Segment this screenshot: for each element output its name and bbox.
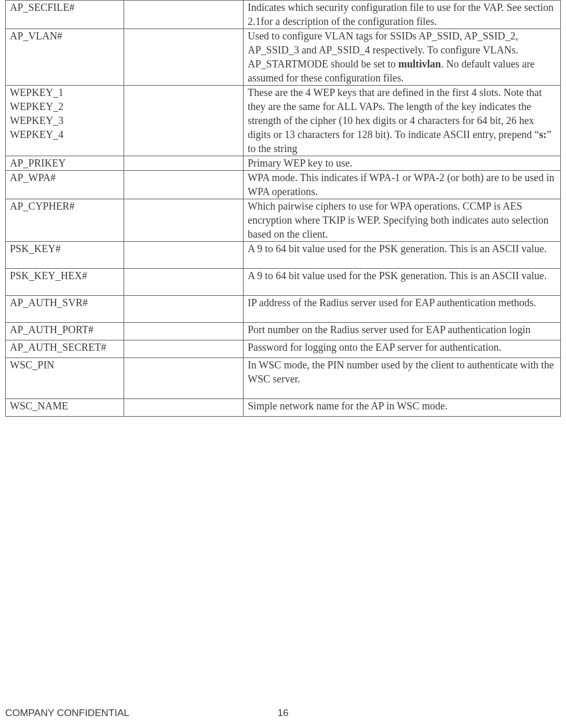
table-row: AP_PRIKEYPrimary WEP key to use. (6, 156, 561, 171)
param-desc-cell: These are the 4 WEP keys that are define… (244, 86, 561, 156)
param-blank-cell (124, 269, 244, 296)
table-row: AP_AUTH_SVR#IP address of the Radius ser… (6, 296, 561, 323)
table-row: WSC_PINIn WSC mode, the PIN number used … (6, 358, 561, 399)
param-blank-cell (124, 1, 244, 29)
param-desc-cell: A 9 to 64 bit value used for the PSK gen… (244, 269, 561, 296)
table-row: AP_SECFILE#Indicates which security conf… (6, 1, 561, 29)
param-name-cell: PSK_KEY# (6, 242, 124, 269)
param-name-cell: AP_AUTH_PORT# (6, 323, 124, 340)
param-name-cell: AP_AUTH_SECRET# (6, 340, 124, 358)
param-desc-cell: Which pairwise ciphers to use for WPA op… (244, 199, 561, 242)
footer-page-number: 16 (5, 707, 561, 719)
param-name-cell: AP_WPA# (6, 171, 124, 199)
param-desc-cell: IP address of the Radius server used for… (244, 296, 561, 323)
param-desc-cell: Port number on the Radius server used fo… (244, 323, 561, 340)
param-name-cell: AP_CYPHER# (6, 199, 124, 242)
param-desc-cell: Primary WEP key to use. (244, 156, 561, 171)
param-blank-cell (124, 199, 244, 242)
param-name-cell: AP_VLAN# (6, 29, 124, 86)
table-row: PSK_KEY#A 9 to 64 bit value used for the… (6, 242, 561, 269)
param-name-cell: PSK_KEY_HEX# (6, 269, 124, 296)
param-blank-cell (124, 399, 244, 417)
param-name-cell: WEPKEY_1WEPKEY_2WEPKEY_3WEPKEY_4 (6, 86, 124, 156)
table-row: AP_CYPHER#Which pairwise ciphers to use … (6, 199, 561, 242)
param-blank-cell (124, 340, 244, 358)
config-table: AP_SECFILE#Indicates which security conf… (5, 0, 561, 417)
param-blank-cell (124, 86, 244, 156)
param-name-cell: AP_AUTH_SVR# (6, 296, 124, 323)
table-row: PSK_KEY_HEX#A 9 to 64 bit value used for… (6, 269, 561, 296)
param-desc-cell: In WSC mode, the PIN number used by the … (244, 358, 561, 399)
param-blank-cell (124, 29, 244, 86)
table-row: WSC_NAMESimple network name for the AP i… (6, 399, 561, 417)
param-blank-cell (124, 156, 244, 171)
param-desc-cell: Password for logging onto the EAP server… (244, 340, 561, 358)
param-blank-cell (124, 323, 244, 340)
table-row: AP_AUTH_SECRET#Password for logging onto… (6, 340, 561, 358)
param-desc-cell: A 9 to 64 bit value used for the PSK gen… (244, 242, 561, 269)
param-desc-cell: Used to configure VLAN tags for SSIDs AP… (244, 29, 561, 86)
table-row: AP_WPA#WPA mode. This indicates if WPA-1… (6, 171, 561, 199)
table-row: AP_VLAN#Used to configure VLAN tags for … (6, 29, 561, 86)
param-blank-cell (124, 358, 244, 399)
param-name-cell: WSC_NAME (6, 399, 124, 417)
param-desc-cell: Indicates which security configuration f… (244, 1, 561, 29)
param-name-cell: AP_PRIKEY (6, 156, 124, 171)
table-row: WEPKEY_1WEPKEY_2WEPKEY_3WEPKEY_4These ar… (6, 86, 561, 156)
table-row: AP_AUTH_PORT#Port number on the Radius s… (6, 323, 561, 340)
param-blank-cell (124, 296, 244, 323)
param-name-cell: WSC_PIN (6, 358, 124, 399)
param-desc-cell: Simple network name for the AP in WSC mo… (244, 399, 561, 417)
param-desc-cell: WPA mode. This indicates if WPA-1 or WPA… (244, 171, 561, 199)
param-blank-cell (124, 171, 244, 199)
param-blank-cell (124, 242, 244, 269)
param-name-cell: AP_SECFILE# (6, 1, 124, 29)
